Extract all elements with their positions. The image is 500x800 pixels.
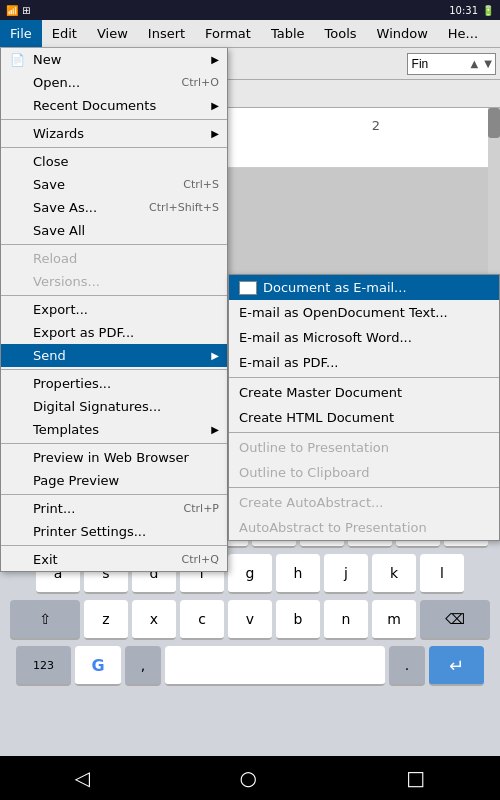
menu-window[interactable]: Window bbox=[367, 20, 438, 47]
menu-item-page-preview[interactable]: Page Preview bbox=[1, 469, 227, 492]
save-as-label: Save As... bbox=[33, 200, 97, 215]
menu-item-export-pdf[interactable]: Export as PDF... bbox=[1, 321, 227, 344]
menu-item-open[interactable]: Open... Ctrl+O bbox=[1, 71, 227, 94]
send-submenu: ✉ Document as E-mail... E-mail as OpenDo… bbox=[228, 274, 500, 541]
menu-item-save-as[interactable]: Save As... Ctrl+Shift+S bbox=[1, 196, 227, 219]
menu-item-printer-settings[interactable]: Printer Settings... bbox=[1, 520, 227, 543]
save-label: Save bbox=[33, 177, 65, 192]
templates-arrow: ▶ bbox=[211, 424, 219, 435]
save-all-label: Save All bbox=[33, 223, 85, 238]
templates-label: Templates bbox=[33, 422, 99, 437]
menu-item-recent[interactable]: Recent Documents ▶ bbox=[1, 94, 227, 117]
dropdown-overlay: 📄 New ▶ Open... Ctrl+O Recent Documents … bbox=[0, 48, 500, 800]
recent-label: Recent Documents bbox=[33, 98, 156, 113]
email-word-label: E-mail as Microsoft Word... bbox=[239, 330, 412, 345]
submenu-html-doc[interactable]: Create HTML Document bbox=[229, 405, 499, 430]
doc-email-label: Document as E-mail... bbox=[263, 280, 407, 295]
menu-item-send[interactable]: Send ▶ bbox=[1, 344, 227, 367]
send-label: Send bbox=[33, 348, 66, 363]
menu-format[interactable]: Format bbox=[195, 20, 261, 47]
submenu-email-word[interactable]: E-mail as Microsoft Word... bbox=[229, 325, 499, 350]
battery-icon: 🔋 bbox=[482, 5, 494, 16]
menu-item-save-all[interactable]: Save All bbox=[1, 219, 227, 242]
menu-item-versions: Versions... bbox=[1, 270, 227, 293]
menu-edit[interactable]: Edit bbox=[42, 20, 87, 47]
export-label: Export... bbox=[33, 302, 88, 317]
submenu-autoabstract-presentation: AutoAbstract to Presentation bbox=[229, 515, 499, 540]
outline-clipboard-label: Outline to Clipboard bbox=[239, 465, 369, 480]
menu-item-export[interactable]: Export... bbox=[1, 298, 227, 321]
sep-4 bbox=[1, 295, 227, 296]
time-display: 10:31 bbox=[449, 5, 478, 16]
html-doc-label: Create HTML Document bbox=[239, 410, 394, 425]
digital-signatures-label: Digital Signatures... bbox=[33, 399, 161, 414]
email-pdf-label: E-mail as PDF... bbox=[239, 355, 338, 370]
autoabstract-presentation-label: AutoAbstract to Presentation bbox=[239, 520, 427, 535]
menu-item-close[interactable]: Close bbox=[1, 150, 227, 173]
save-as-shortcut: Ctrl+Shift+S bbox=[149, 201, 219, 214]
status-left-icons: 📶 ⊞ bbox=[6, 5, 30, 16]
menu-item-save[interactable]: Save Ctrl+S bbox=[1, 173, 227, 196]
submenu-auto-abstract: Create AutoAbstract... bbox=[229, 490, 499, 515]
menu-item-templates[interactable]: Templates ▶ bbox=[1, 418, 227, 441]
exit-label: Exit bbox=[33, 552, 58, 567]
menu-item-preview-web[interactable]: Preview in Web Browser bbox=[1, 446, 227, 469]
menu-item-new[interactable]: 📄 New ▶ bbox=[1, 48, 227, 71]
menu-view[interactable]: View bbox=[87, 20, 138, 47]
print-label: Print... bbox=[33, 501, 75, 516]
sep-3 bbox=[1, 244, 227, 245]
app-icon: ⊞ bbox=[22, 5, 30, 16]
sep-5 bbox=[1, 369, 227, 370]
new-label: New bbox=[33, 52, 61, 67]
open-label: Open... bbox=[33, 75, 80, 90]
exit-shortcut: Ctrl+Q bbox=[182, 553, 219, 566]
submenu-email-pdf[interactable]: E-mail as PDF... bbox=[229, 350, 499, 375]
auto-abstract-label: Create AutoAbstract... bbox=[239, 495, 383, 510]
submenu-master-doc[interactable]: Create Master Document bbox=[229, 380, 499, 405]
submenu-outline-clipboard: Outline to Clipboard bbox=[229, 460, 499, 485]
signal-icon: 📶 bbox=[6, 5, 18, 16]
menu-tools[interactable]: Tools bbox=[315, 20, 367, 47]
reload-label: Reload bbox=[33, 251, 77, 266]
master-doc-label: Create Master Document bbox=[239, 385, 402, 400]
outline-presentation-label: Outline to Presentation bbox=[239, 440, 389, 455]
sep-6 bbox=[1, 443, 227, 444]
menu-table[interactable]: Table bbox=[261, 20, 315, 47]
submenu-doc-email[interactable]: ✉ Document as E-mail... bbox=[229, 275, 499, 300]
sep-8 bbox=[1, 545, 227, 546]
send-sep-3 bbox=[229, 487, 499, 488]
printer-settings-label: Printer Settings... bbox=[33, 524, 146, 539]
menu-item-reload: Reload bbox=[1, 247, 227, 270]
page-preview-label: Page Preview bbox=[33, 473, 119, 488]
send-arrow: ▶ bbox=[211, 350, 219, 361]
menu-help[interactable]: He... bbox=[438, 20, 488, 47]
menu-item-wizards[interactable]: Wizards ▶ bbox=[1, 122, 227, 145]
email-opendoc-label: E-mail as OpenDocument Text... bbox=[239, 305, 448, 320]
print-shortcut: Ctrl+P bbox=[184, 502, 219, 515]
close-label: Close bbox=[33, 154, 68, 169]
save-shortcut: Ctrl+S bbox=[183, 178, 219, 191]
sep-7 bbox=[1, 494, 227, 495]
menu-item-exit[interactable]: Exit Ctrl+Q bbox=[1, 548, 227, 571]
menu-file[interactable]: File bbox=[0, 20, 42, 47]
menu-item-print[interactable]: Print... Ctrl+P bbox=[1, 497, 227, 520]
status-right: 10:31 🔋 bbox=[449, 5, 494, 16]
sep-2 bbox=[1, 147, 227, 148]
status-bar: 📶 ⊞ 10:31 🔋 bbox=[0, 0, 500, 20]
menu-insert[interactable]: Insert bbox=[138, 20, 195, 47]
wizards-arrow: ▶ bbox=[211, 128, 219, 139]
file-menu: 📄 New ▶ Open... Ctrl+O Recent Documents … bbox=[0, 48, 228, 572]
submenu-outline-presentation: Outline to Presentation bbox=[229, 435, 499, 460]
send-sep-2 bbox=[229, 432, 499, 433]
versions-label: Versions... bbox=[33, 274, 100, 289]
wizards-label: Wizards bbox=[33, 126, 84, 141]
menu-item-properties[interactable]: Properties... bbox=[1, 372, 227, 395]
properties-label: Properties... bbox=[33, 376, 111, 391]
preview-web-label: Preview in Web Browser bbox=[33, 450, 189, 465]
new-icon: 📄 bbox=[7, 50, 27, 70]
sep-1 bbox=[1, 119, 227, 120]
menu-item-digital-signatures[interactable]: Digital Signatures... bbox=[1, 395, 227, 418]
menu-bar: File Edit View Insert Format Table Tools… bbox=[0, 20, 500, 48]
submenu-email-opendoc[interactable]: E-mail as OpenDocument Text... bbox=[229, 300, 499, 325]
export-pdf-label: Export as PDF... bbox=[33, 325, 134, 340]
